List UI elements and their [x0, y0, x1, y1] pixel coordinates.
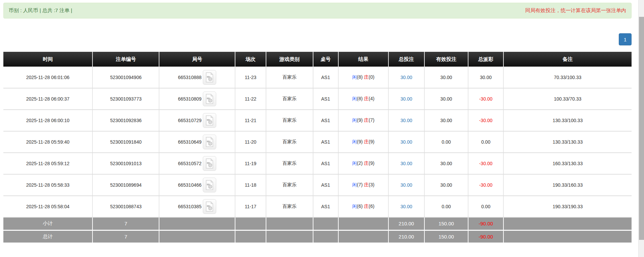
total-bet-link[interactable]: 30.00: [401, 139, 412, 145]
cell-session: 11-22: [235, 88, 266, 110]
cell-round-no: 665310729: [159, 110, 235, 131]
cell-payout: 0.00: [468, 131, 503, 153]
total-payout: -90.00: [468, 230, 503, 243]
page-1-button[interactable]: 1: [619, 33, 632, 45]
cell-time: 2025-11-28 05:59:40: [3, 131, 92, 153]
total-bet-link[interactable]: 30.00: [401, 96, 412, 102]
player-label: 闲: [352, 182, 357, 187]
banker-score: (3): [369, 182, 374, 187]
total-bet-link[interactable]: 30.00: [401, 161, 412, 166]
table-body: 2025-11-28 06:01:06523001094906665310888…: [3, 67, 632, 217]
cell-payout: 30.00: [468, 67, 503, 88]
cell-table-id: AS1: [313, 196, 338, 217]
cell-session: 11-18: [235, 174, 266, 196]
cell-valid-bet: 30.00: [424, 174, 468, 196]
cell-valid-bet: 0.00: [424, 131, 468, 153]
summary-banner: 币别 : 人民币 | 总共 :7 注单 | 同局有效投注，统一计算在该局第一张注…: [3, 3, 632, 19]
table-row: 2025-11-28 05:58:33523001089694665310466…: [3, 174, 632, 196]
cell-valid-bet: 30.00: [424, 110, 468, 131]
table-row: 2025-11-28 05:59:12523001091013665310572…: [3, 153, 632, 174]
cell-payout: -30.00: [468, 88, 503, 110]
cell-bet-no: 523001091840: [92, 131, 159, 153]
col-result: 结果: [338, 52, 388, 67]
total-bet-link[interactable]: 30.00: [401, 118, 412, 123]
cell-session: 11-17: [235, 196, 266, 217]
player-label: 闲: [352, 204, 357, 209]
cell-round-no: 665310809: [159, 88, 235, 110]
cell-table-id: AS1: [313, 174, 338, 196]
bet-records-table: 时间 注单编号 局号 场次 游戏类别 桌号 结果 总投注 有效投注 总派彩 备注…: [3, 52, 632, 244]
scrollbar-thumb[interactable]: [639, 17, 644, 240]
round-no-text: 665310729: [178, 118, 201, 123]
col-game-type: 游戏类别: [266, 52, 313, 67]
video-record-icon[interactable]: [203, 113, 216, 128]
banker-score: (9): [369, 160, 374, 166]
cell-table-id: AS1: [313, 88, 338, 110]
round-no-text: 665310888: [178, 75, 201, 80]
banker-label: 庄: [364, 96, 369, 101]
banker-score: (7): [369, 117, 374, 123]
cell-time: 2025-11-28 06:00:10: [3, 110, 92, 131]
cell-time: 2025-11-28 05:59:12: [3, 153, 92, 174]
banker-label: 庄: [364, 204, 369, 209]
page-content: 币别 : 人民币 | 总共 :7 注单 | 同局有效投注，统一计算在该局第一张注…: [3, 3, 632, 244]
round-no-text: 665310572: [178, 161, 201, 166]
round-no-group: 665310649: [159, 135, 235, 149]
cell-result: 闲(9) 庄(7): [338, 110, 388, 131]
cell-payout: -30.00: [468, 110, 503, 131]
cell-table-id: AS1: [313, 153, 338, 174]
round-no-text: 665310649: [178, 139, 201, 145]
cell-remark: 100.33/70.33: [503, 88, 632, 110]
total-bet-link[interactable]: 30.00: [401, 204, 412, 209]
video-record-icon[interactable]: [203, 178, 216, 192]
cell-table-id: AS1: [313, 67, 338, 88]
total-bet-link[interactable]: 30.00: [401, 75, 412, 80]
player-label: 闲: [352, 96, 357, 101]
round-no-text: 665310385: [178, 204, 201, 209]
table-row: 2025-11-28 06:01:06523001094906665310888…: [3, 67, 632, 88]
cell-bet-no: 523001094906: [92, 67, 159, 88]
table-row: 2025-11-28 06:00:37523001093773665310809…: [3, 88, 632, 110]
col-session: 场次: [235, 52, 266, 67]
cell-bet-no: 523001093773: [92, 88, 159, 110]
player-score: (9): [357, 139, 363, 144]
banker-score: (9): [369, 139, 374, 144]
video-record-icon[interactable]: [203, 199, 216, 214]
valid-bet-note: 同局有效投注，统一计算在该局第一张注单内: [525, 7, 626, 14]
subtotal-row: 小计 7 210.00 150.00 -90.00: [3, 217, 632, 230]
cell-result: 闲(6) 庄(6): [338, 196, 388, 217]
total-row: 总计 7 210.00 150.00 -90.00: [3, 230, 632, 243]
round-no-group: 665310729: [159, 113, 235, 128]
video-record-icon[interactable]: [203, 135, 216, 149]
cell-result: 闲(9) 庄(9): [338, 131, 388, 153]
col-bet-no: 注单编号: [92, 52, 159, 67]
cell-total-bet: 30.00: [388, 88, 424, 110]
vertical-scrollbar[interactable]: [638, 0, 644, 257]
round-no-group: 665310572: [159, 156, 235, 171]
cell-bet-no: 523001089694: [92, 174, 159, 196]
cell-result: 闲(2) 庄(9): [338, 153, 388, 174]
video-record-icon[interactable]: [203, 156, 216, 171]
cell-total-bet: 30.00: [388, 196, 424, 217]
subtotal-count: 7: [92, 217, 159, 230]
video-record-icon[interactable]: [203, 91, 216, 106]
col-table-id: 桌号: [313, 52, 338, 67]
round-no-text: 665310809: [178, 96, 201, 102]
col-valid-bet: 有效投注: [424, 52, 468, 67]
cell-total-bet: 30.00: [388, 174, 424, 196]
cell-bet-no: 523001091013: [92, 153, 159, 174]
cell-session: 11-23: [235, 67, 266, 88]
cell-time: 2025-11-28 05:58:04: [3, 196, 92, 217]
cell-bet-no: 523001088743: [92, 196, 159, 217]
cell-session: 11-20: [235, 131, 266, 153]
cell-session: 11-21: [235, 110, 266, 131]
cell-game-type: 百家乐: [266, 88, 313, 110]
col-payout: 总派彩: [468, 52, 503, 67]
cell-game-type: 百家乐: [266, 110, 313, 131]
round-no-group: 665310809: [159, 91, 235, 106]
total-bet-link[interactable]: 30.00: [401, 182, 412, 188]
cell-time: 2025-11-28 06:01:06: [3, 67, 92, 88]
table-summary: 小计 7 210.00 150.00 -90.00 总计 7 210.00 15…: [3, 217, 632, 243]
video-record-icon[interactable]: [203, 70, 216, 85]
player-score: (2): [357, 160, 363, 166]
